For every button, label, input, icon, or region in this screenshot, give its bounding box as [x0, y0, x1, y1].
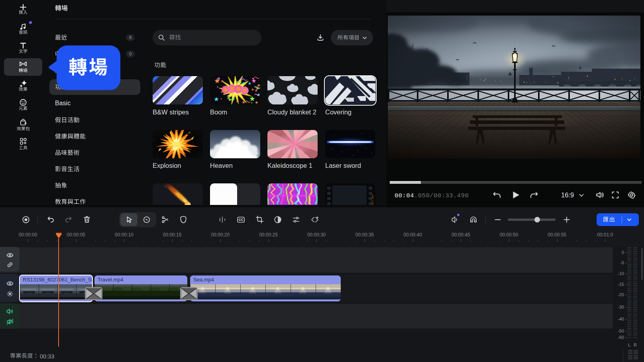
svg-text:SHIFT.007: SHIFT.007 — [371, 194, 374, 205]
